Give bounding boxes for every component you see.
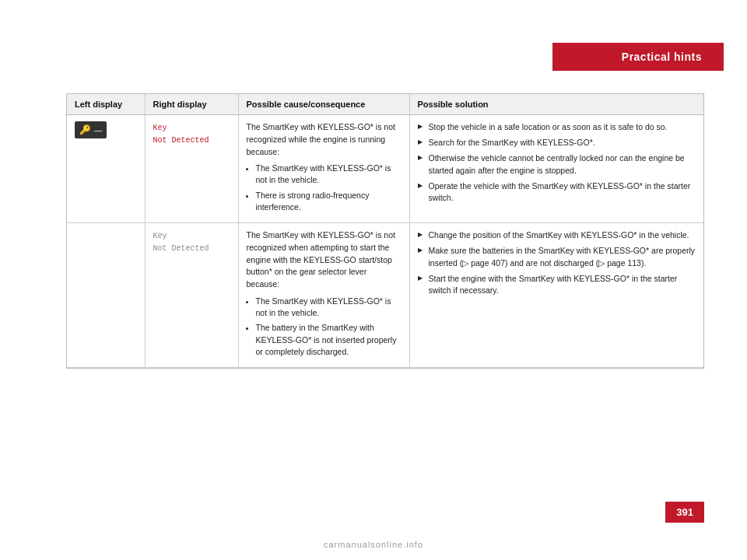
solution-bullet-item: Search for the SmartKey with KEYLESS-GO*… <box>418 137 696 149</box>
solution-bullet-item: Start the engine with the SmartKey with … <box>418 273 696 296</box>
solution-note: Otherwise the vehicle cannot be centrall… <box>429 152 696 176</box>
table-row: 🔑—Key Not DetectedThe SmartKey with KEYL… <box>67 115 703 223</box>
solution-bullet-item: Operate the vehicle with the SmartKey wi… <box>418 180 696 204</box>
footer-watermark: carmanualsonline.info <box>0 540 747 549</box>
solution-list: Stop the vehicle in a safe location or a… <box>418 121 696 204</box>
solution-bullet-item: Change the position of the SmartKey with… <box>418 229 696 241</box>
page-number: 391 <box>665 502 704 523</box>
col-header-solution: Possible solution <box>409 94 703 115</box>
header-bar: Practical hints <box>552 43 724 71</box>
solution-bullet-item: Stop the vehicle in a safe location or a… <box>418 121 696 133</box>
solution-note-item: Otherwise the vehicle cannot be centrall… <box>418 152 696 176</box>
cause-bullet-item: The SmartKey with KEYLESS-GO* is not in … <box>256 163 402 186</box>
key-icon: 🔑— <box>75 121 107 138</box>
col-header-cause: Possible cause/consequence <box>238 94 409 115</box>
cell-right-display: Key Not Detected <box>145 223 238 368</box>
key-symbol: 🔑 <box>79 123 91 137</box>
cause-bullet-list: The SmartKey with KEYLESS-GO* is not in … <box>247 163 402 213</box>
display-text-normal: Key Not Detected <box>153 232 209 253</box>
cause-bullet-item: There is strong radio-frequency interfer… <box>256 190 402 213</box>
solution-list: Change the position of the SmartKey with… <box>418 229 696 296</box>
page-title: Practical hints <box>622 51 702 63</box>
solution-bullet-item: Make sure the batteries in the SmartKey … <box>418 245 696 268</box>
col-header-right: Right display <box>145 94 238 115</box>
cell-cause: The SmartKey with KEYLESS-GO* is not rec… <box>238 223 409 368</box>
cell-left-display <box>67 223 145 368</box>
cause-intro: The SmartKey with KEYLESS-GO* is not rec… <box>247 229 402 291</box>
cause-bullet-item: The SmartKey with KEYLESS-GO* is not in … <box>256 296 402 319</box>
col-header-left: Left display <box>67 94 145 115</box>
cell-cause: The SmartKey with KEYLESS-GO* is not rec… <box>238 115 409 223</box>
cell-solution: Stop the vehicle in a safe location or a… <box>409 115 703 223</box>
table-row: Key Not DetectedThe SmartKey with KEYLES… <box>67 223 703 368</box>
main-table-container: Left display Right display Possible caus… <box>66 93 704 369</box>
cell-left-display: 🔑— <box>67 115 145 223</box>
table-header-row: Left display Right display Possible caus… <box>67 94 703 115</box>
cause-bullet-list: The SmartKey with KEYLESS-GO* is not in … <box>247 296 402 358</box>
cause-intro: The SmartKey with KEYLESS-GO* is not rec… <box>247 121 402 158</box>
cause-bullet-item: The battery in the SmartKey with KEYLESS… <box>256 322 402 358</box>
cell-solution: Change the position of the SmartKey with… <box>409 223 703 368</box>
display-text-highlighted: Key Not Detected <box>153 124 209 145</box>
cell-right-display: Key Not Detected <box>145 115 238 223</box>
key-dash: — <box>94 124 102 136</box>
content-table: Left display Right display Possible caus… <box>67 94 703 368</box>
